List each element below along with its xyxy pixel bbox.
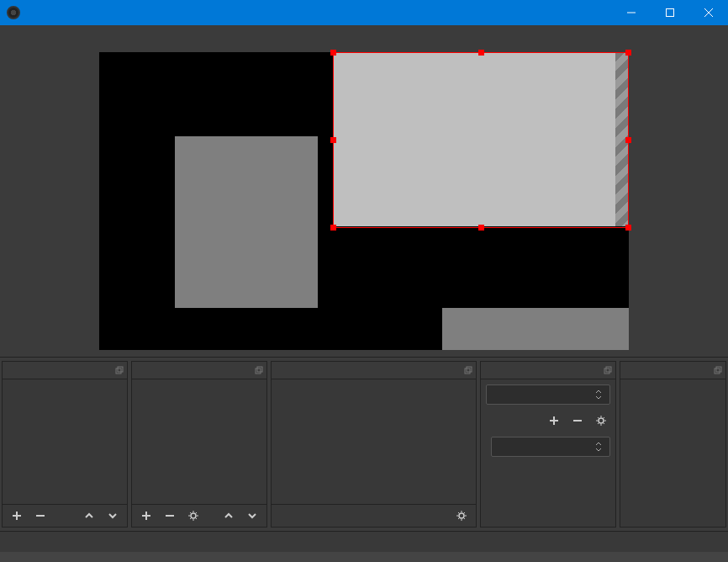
- source-down-button[interactable]: [243, 506, 261, 525]
- svg-line-19: [190, 512, 192, 514]
- menu-tools[interactable]: [87, 33, 104, 38]
- svg-rect-49: [716, 367, 721, 372]
- svg-line-47: [598, 423, 599, 425]
- svg-line-32: [464, 512, 466, 514]
- mixer-settings-button[interactable]: [452, 506, 471, 525]
- sources-list[interactable]: [132, 379, 266, 504]
- controls-panel: [620, 361, 726, 528]
- audio-mixer-panel: [271, 361, 477, 528]
- svg-line-33: [458, 518, 460, 520]
- scenes-panel: [2, 361, 128, 528]
- menu-file[interactable]: [3, 33, 20, 38]
- add-source-button[interactable]: [137, 506, 156, 525]
- svg-rect-9: [256, 368, 261, 374]
- resize-handle-e[interactable]: [625, 137, 631, 143]
- svg-rect-5: [118, 367, 123, 372]
- source-up-button[interactable]: [219, 506, 238, 525]
- scenes-list[interactable]: [3, 379, 127, 504]
- menu-view[interactable]: [37, 33, 54, 38]
- resize-handle-se[interactable]: [625, 225, 631, 231]
- resize-handle-ne[interactable]: [625, 50, 631, 56]
- remove-scene-button[interactable]: [31, 506, 50, 525]
- svg-point-39: [599, 418, 604, 423]
- status-bar: [0, 531, 728, 552]
- svg-line-21: [196, 512, 198, 514]
- svg-rect-4: [116, 368, 121, 374]
- resize-handle-s[interactable]: [478, 225, 484, 231]
- transition-select[interactable]: [486, 384, 610, 405]
- scene-down-button[interactable]: [103, 506, 122, 525]
- undock-icon[interactable]: [115, 365, 124, 374]
- svg-line-31: [464, 518, 466, 520]
- sources-panel: [131, 361, 267, 528]
- svg-rect-24: [467, 367, 472, 372]
- window-titlebar: [0, 0, 728, 25]
- svg-rect-48: [715, 368, 720, 374]
- docks: [0, 357, 728, 531]
- remove-transition-button[interactable]: [568, 411, 587, 430]
- svg-rect-23: [465, 368, 470, 374]
- undock-icon[interactable]: [604, 365, 612, 374]
- menubar: [0, 25, 728, 45]
- svg-point-25: [459, 513, 464, 518]
- menu-help[interactable]: [104, 33, 121, 38]
- svg-line-22: [190, 518, 192, 520]
- preview-canvas[interactable]: [99, 52, 629, 350]
- scene-up-button[interactable]: [80, 506, 98, 525]
- svg-line-30: [458, 512, 460, 514]
- undock-icon[interactable]: [464, 365, 472, 374]
- svg-line-45: [604, 423, 605, 425]
- svg-rect-10: [257, 367, 262, 372]
- remove-source-button[interactable]: [161, 506, 179, 525]
- svg-point-14: [191, 513, 196, 518]
- minimize-button[interactable]: [612, 0, 651, 25]
- undock-icon[interactable]: [714, 365, 722, 374]
- add-scene-button[interactable]: [8, 506, 26, 525]
- resize-handle-nw[interactable]: [330, 50, 336, 56]
- transition-properties-button[interactable]: [592, 411, 610, 430]
- menu-edit[interactable]: [20, 33, 37, 38]
- spinner-icon[interactable]: [593, 442, 604, 452]
- resize-handle-w[interactable]: [330, 137, 336, 143]
- maximize-button[interactable]: [651, 0, 689, 25]
- svg-line-46: [604, 417, 605, 419]
- svg-line-20: [196, 518, 198, 520]
- select-spinner-icon: [593, 390, 604, 400]
- resize-handle-sw[interactable]: [330, 225, 336, 231]
- svg-rect-35: [606, 367, 611, 372]
- preview-source-gray2: [442, 308, 629, 350]
- menu-profile[interactable]: [54, 33, 71, 38]
- source-properties-button[interactable]: [184, 506, 203, 525]
- selection-outline[interactable]: [333, 52, 629, 228]
- svg-line-44: [598, 417, 599, 419]
- mixer-list: [272, 379, 476, 504]
- add-transition-button[interactable]: [545, 411, 563, 430]
- close-button[interactable]: [689, 0, 728, 25]
- menu-scene-collection[interactable]: [71, 33, 87, 38]
- preview-area: [0, 45, 728, 357]
- transitions-panel: [480, 361, 616, 528]
- app-icon: [7, 6, 20, 19]
- duration-input[interactable]: [491, 437, 610, 457]
- svg-rect-1: [667, 9, 674, 17]
- svg-rect-34: [604, 368, 609, 374]
- resize-handle-n[interactable]: [478, 50, 484, 56]
- undock-icon[interactable]: [255, 365, 263, 374]
